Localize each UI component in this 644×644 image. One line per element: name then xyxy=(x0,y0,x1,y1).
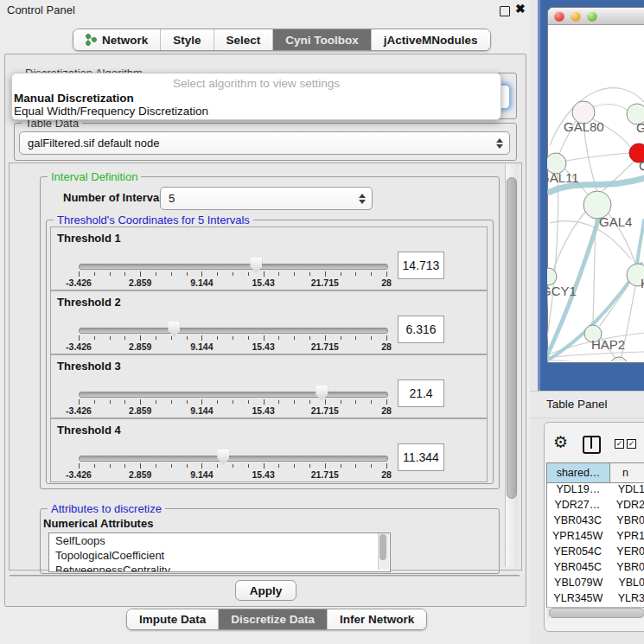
table-row[interactable]: YBR043CYBR0 xyxy=(547,514,644,530)
horizontal-scrollbar-thumb[interactable] xyxy=(549,608,644,618)
tick-mark xyxy=(386,463,387,469)
network-edge[interactable] xyxy=(566,153,630,161)
close-icon[interactable]: ✖ xyxy=(515,2,526,16)
attributes-scrollbar-thumb[interactable] xyxy=(379,534,386,560)
float-window-icon[interactable] xyxy=(500,6,510,16)
table-cell: YPR1 xyxy=(608,530,644,545)
network-node-node-partial[interactable] xyxy=(610,357,628,361)
zoom-traffic-light[interactable] xyxy=(587,11,597,22)
slider-track[interactable] xyxy=(79,264,388,270)
threshold-value-field[interactable]: 14.713 xyxy=(398,252,444,279)
apply-button[interactable]: Apply xyxy=(235,580,296,601)
list-item[interactable]: TopologicalCoefficient xyxy=(49,548,390,563)
tick-mark xyxy=(217,272,218,276)
minimize-traffic-light[interactable] xyxy=(571,11,581,22)
table-cell: YDR2 xyxy=(608,499,644,514)
number-of-intervals-combobox[interactable]: 5 xyxy=(160,187,373,210)
table-row[interactable]: YLR345WYLR3 xyxy=(547,592,644,607)
tick-mark xyxy=(110,400,111,404)
tick-label: 9.144 xyxy=(178,469,225,480)
slider-thumb[interactable] xyxy=(250,258,262,273)
node-label-GCY1: GCY1 xyxy=(547,284,577,298)
network-edge-thick[interactable] xyxy=(637,220,644,264)
column-header-shared[interactable]: shared… xyxy=(547,463,610,482)
table-row[interactable]: YBR045CYBR0 xyxy=(547,561,644,577)
group-title: Interval Definition xyxy=(48,170,141,183)
tick-mark xyxy=(248,400,249,404)
tick-mark xyxy=(386,399,387,405)
columns-icon[interactable] xyxy=(583,436,601,454)
tick-mark xyxy=(264,335,265,341)
table-cell: YER0 xyxy=(608,545,644,561)
table-data-combobox[interactable]: galFiltered.sif default node xyxy=(19,131,510,155)
tab-cyni-toolbox[interactable]: Cyni Toolbox xyxy=(273,29,372,50)
dropdown-option-equal-width-frequency[interactable]: Equal Width/Frequency Discretization xyxy=(13,105,500,118)
slider-thumb[interactable] xyxy=(168,322,180,337)
tab-network[interactable]: Network xyxy=(73,29,161,50)
slider-thumb[interactable] xyxy=(316,386,328,401)
combobox-value: 5 xyxy=(161,192,356,205)
tick-label: 15.43 xyxy=(240,341,287,352)
tick-mark xyxy=(355,272,356,276)
threshold-value-field[interactable]: 6.316 xyxy=(398,316,444,343)
tab-impute-data[interactable]: Impute Data xyxy=(127,609,219,629)
checkbox-icon[interactable]: ✓ xyxy=(615,439,624,449)
table-row[interactable]: YDL19…YDL1 xyxy=(547,483,644,499)
tick-mark xyxy=(94,336,95,340)
table-cell: YBL079W xyxy=(547,577,609,592)
tick-mark xyxy=(341,400,341,404)
tick-mark xyxy=(187,400,188,404)
tick-mark xyxy=(79,463,80,469)
network-window-titlebar[interactable] xyxy=(548,8,644,25)
threshold-label: Threshold 2 xyxy=(57,296,121,309)
tick-mark xyxy=(124,464,125,468)
numerical-attributes-list[interactable]: SelfLoopsTopologicalCoefficientBetweenne… xyxy=(48,532,391,572)
tick-mark xyxy=(156,336,156,340)
tick-mark xyxy=(248,272,249,276)
tick-mark xyxy=(110,336,111,340)
table-row[interactable]: YDR27…YDR2 xyxy=(547,499,644,514)
tab-discretize-data[interactable]: Discretize Data xyxy=(219,609,328,629)
vertical-scrollbar-thumb[interactable] xyxy=(507,177,517,499)
close-traffic-light[interactable] xyxy=(554,11,564,22)
network-icon xyxy=(86,34,97,46)
threshold-value-field[interactable]: 11.344 xyxy=(398,443,444,471)
list-item[interactable]: BetweennessCentrality xyxy=(49,563,390,572)
table-cell: YDL1 xyxy=(609,483,644,499)
slider-track[interactable] xyxy=(79,392,388,398)
table-cell: YBR043C xyxy=(547,514,608,530)
gear-icon[interactable]: ⚙ xyxy=(553,434,568,450)
column-header-name[interactable]: n xyxy=(610,463,644,482)
network-edge[interactable] xyxy=(547,360,644,361)
threshold-list: Threshold 1-3.4262.8599.14415.4321.71528… xyxy=(50,226,488,481)
tick-mark xyxy=(233,272,233,276)
tab-select[interactable]: Select xyxy=(214,29,274,50)
network-edge[interactable] xyxy=(547,174,558,354)
list-item[interactable]: SelfLoops xyxy=(49,533,390,548)
network-edge[interactable] xyxy=(593,105,628,111)
tick-mark xyxy=(278,400,279,404)
threshold-panel: Threshold 3-3.4262.8599.14415.4321.71528… xyxy=(50,354,488,418)
table-row[interactable]: YBL079WYBL0 xyxy=(547,577,644,592)
tab-jactivemnodules[interactable]: jActiveMNodules xyxy=(372,29,490,50)
checkbox-icon[interactable]: ✓ xyxy=(627,439,636,449)
slider-thumb[interactable] xyxy=(217,450,229,465)
threshold-value-field[interactable]: 21.4 xyxy=(398,379,444,407)
dropdown-option-manual-discretization[interactable]: Manual Discretization xyxy=(13,92,500,105)
tick-mark xyxy=(294,464,295,468)
number-of-intervals-label: Number of Intervals xyxy=(63,191,169,204)
tick-mark xyxy=(341,272,341,276)
table-row[interactable]: YER054CYER0 xyxy=(547,545,644,561)
tick-mark xyxy=(140,271,141,277)
table-row[interactable]: YPR145WYPR1 xyxy=(547,530,644,545)
tab-style[interactable]: Style xyxy=(161,29,214,50)
slider-track[interactable] xyxy=(79,456,388,462)
tab-infer-network[interactable]: Infer Network xyxy=(328,609,426,629)
network-canvas[interactable]: GAL80GACGAL11GAL4GCY1HHAP2 xyxy=(547,24,644,361)
tick-label: 15.43 xyxy=(240,277,287,288)
tick-mark xyxy=(217,464,218,468)
slider-track[interactable] xyxy=(79,328,388,334)
tick-mark xyxy=(355,336,356,340)
tick-mark xyxy=(386,335,387,341)
control-panel-titlebar: Control Panel ✖ xyxy=(0,0,530,19)
